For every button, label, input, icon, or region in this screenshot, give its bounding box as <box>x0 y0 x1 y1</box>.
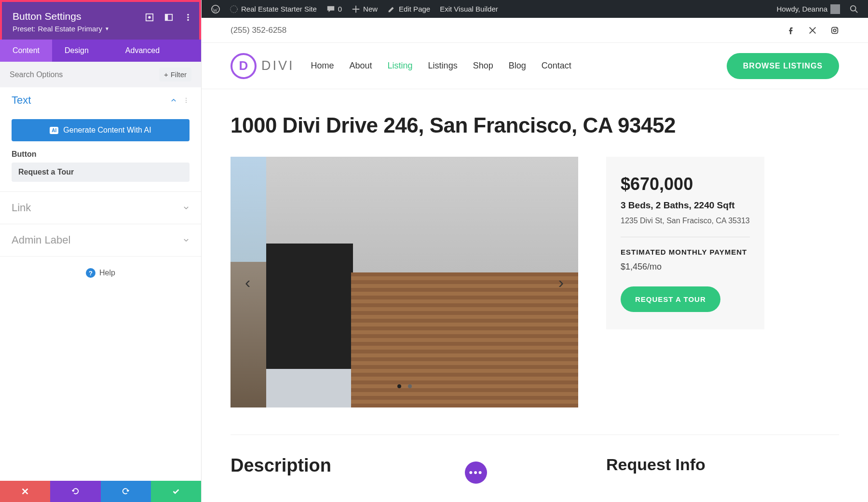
svg-point-10 <box>186 98 187 99</box>
exit-label: Exit Visual Builder <box>440 5 498 13</box>
edit-page-link[interactable]: Edit Page <box>382 5 435 14</box>
panel-body: Text AIGenerate Content With AI Button L… <box>0 87 201 481</box>
generate-ai-button[interactable]: AIGenerate Content With AI <box>12 119 190 141</box>
new-label: New <box>363 5 378 13</box>
filter-label: Filter <box>171 70 187 79</box>
svg-point-9 <box>187 19 189 21</box>
address-text: 1235 Divi St, San Fracisco, CA 35313 <box>621 217 750 225</box>
kebab-icon[interactable] <box>184 13 192 22</box>
logo-mark-icon: D <box>231 53 257 79</box>
x-icon[interactable] <box>808 26 817 35</box>
plus-icon: + <box>164 70 168 79</box>
logo[interactable]: D DIVI <box>231 53 295 79</box>
divider <box>621 237 750 237</box>
redo-button[interactable] <box>101 481 151 502</box>
svg-point-11 <box>186 100 187 101</box>
nav-links: Home About Listing Listings Shop Blog Co… <box>311 61 571 71</box>
svg-point-2 <box>851 5 856 11</box>
save-button[interactable] <box>151 481 201 502</box>
estimate-value: $1,456/mo <box>621 262 750 272</box>
new-link[interactable]: New <box>347 5 382 14</box>
section-text-header[interactable]: Text <box>0 87 201 113</box>
site-name-link[interactable]: Real Estate Starter Site <box>225 5 322 14</box>
howdy-link[interactable]: Howdy, Deanna <box>772 4 845 14</box>
nav-listings[interactable]: Listings <box>428 61 458 71</box>
svg-point-12 <box>186 102 187 103</box>
wp-logo[interactable] <box>206 5 225 14</box>
panel-footer <box>0 481 201 502</box>
search-input[interactable] <box>10 70 159 79</box>
chevron-up-icon <box>170 97 177 104</box>
tab-design[interactable]: Design <box>52 40 101 62</box>
focus-icon[interactable] <box>145 13 154 22</box>
gallery-dots <box>397 384 412 388</box>
button-text-input[interactable] <box>12 163 190 182</box>
section-link-header[interactable]: Link <box>0 192 201 224</box>
facebook-icon[interactable] <box>786 26 795 35</box>
svg-point-4 <box>148 16 150 18</box>
help-link[interactable]: ?Help <box>0 257 201 289</box>
svg-point-14 <box>833 29 836 31</box>
cancel-button[interactable] <box>0 481 50 502</box>
page-title: 1000 Divi Drive 246, San Francisco, CA 9… <box>231 113 839 137</box>
svg-rect-6 <box>165 14 168 21</box>
button-field-label: Button <box>0 150 201 163</box>
avatar <box>830 4 840 14</box>
logo-text: DIVI <box>261 58 295 73</box>
price-box: $670,000 3 Beds, 2 Baths, 2240 Sqft 1235… <box>606 157 764 329</box>
dock-icon[interactable] <box>164 13 173 22</box>
filter-button[interactable]: +Filter <box>159 68 191 81</box>
section-link-label: Link <box>12 202 31 214</box>
help-label: Help <box>99 269 115 277</box>
comments-link[interactable]: 0 <box>322 5 347 14</box>
nav-listing[interactable]: Listing <box>388 61 413 71</box>
chevron-down-icon <box>183 204 190 211</box>
svg-point-1 <box>231 5 237 12</box>
settings-panel: Button Settings Preset: Real Estate Prim… <box>0 0 202 502</box>
kebab-icon[interactable] <box>183 97 190 104</box>
panel-tabs: Content Design Advanced <box>0 40 201 62</box>
howdy-text: Howdy, Deanna <box>776 5 827 13</box>
panel-header: Button Settings Preset: Real Estate Prim… <box>0 0 201 40</box>
estimate-label: ESTIMATED MONTHLY PAYMENT <box>621 248 750 256</box>
comment-count: 0 <box>338 5 342 13</box>
content-area: 1000 Divi Drive 246, San Francisco, CA 9… <box>202 89 868 476</box>
browse-listings-button[interactable]: BROWSE LISTINGS <box>727 53 839 79</box>
module-more-fab[interactable]: ••• <box>465 461 487 484</box>
nav-shop[interactable]: Shop <box>473 61 493 71</box>
preset-value: Real Estate Primary <box>38 25 102 33</box>
gallery-prev-button[interactable]: ‹ <box>240 268 255 297</box>
nav-blog[interactable]: Blog <box>509 61 526 71</box>
site-name: Real Estate Starter Site <box>241 5 317 13</box>
svg-point-7 <box>187 14 189 16</box>
generate-label: Generate Content With AI <box>63 126 151 135</box>
section-text-label: Text <box>12 94 31 107</box>
gallery: ‹ › <box>231 157 578 407</box>
instagram-icon[interactable] <box>830 26 839 35</box>
nav-contact[interactable]: Contact <box>542 61 571 71</box>
preset-dropdown[interactable]: Preset: Real Estate Primary ▼ <box>13 25 189 33</box>
gallery-dot[interactable] <box>408 384 412 388</box>
top-strip: (255) 352-6258 <box>202 18 868 43</box>
price-value: $670,000 <box>621 174 750 194</box>
undo-button[interactable] <box>50 481 100 502</box>
nav-about[interactable]: About <box>350 61 372 71</box>
exit-vb-link[interactable]: Exit Visual Builder <box>435 5 503 13</box>
nav-home[interactable]: Home <box>311 61 334 71</box>
svg-point-15 <box>836 28 837 29</box>
chevron-down-icon <box>183 237 190 244</box>
gallery-next-button[interactable]: › <box>554 268 569 297</box>
description-heading: Description <box>231 455 578 476</box>
section-admin-header[interactable]: Admin Label <box>0 224 201 256</box>
admin-search[interactable] <box>845 5 863 14</box>
tab-advanced[interactable]: Advanced <box>101 40 172 62</box>
help-icon: ? <box>86 268 95 278</box>
request-info-heading: Request Info <box>606 455 764 474</box>
tab-content[interactable]: Content <box>0 40 52 62</box>
gallery-dot[interactable] <box>397 384 401 388</box>
request-tour-button[interactable]: REQUEST A TOUR <box>621 286 720 312</box>
ai-badge-icon: AI <box>50 127 58 134</box>
beds-baths-text: 3 Beds, 2 Baths, 2240 Sqft <box>621 200 750 211</box>
phone-number: (255) 352-6258 <box>231 26 286 35</box>
search-row: +Filter <box>0 62 201 87</box>
